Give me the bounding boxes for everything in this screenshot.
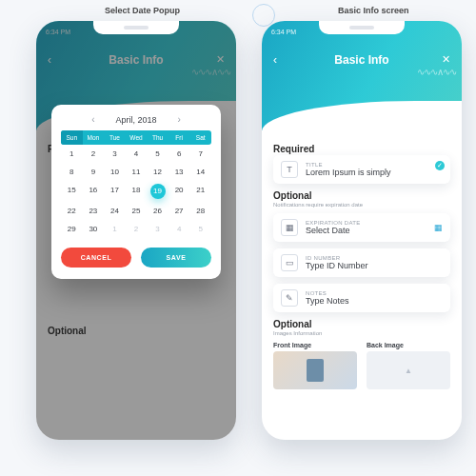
calendar-day[interactable]: 14: [189, 163, 211, 181]
calendar-icon: ▦: [281, 219, 298, 236]
phone-form: 6:34 PM ‹ Basic Info ✕ ∿∿∿∧∿∿ Required T…: [262, 21, 462, 440]
dow-cell: Sun: [61, 130, 83, 145]
device-notch: [93, 21, 179, 34]
field-value: Select Date: [306, 226, 361, 235]
calendar-dow-row: SunMonTueWedThuFriSat: [61, 130, 211, 145]
calendar-day[interactable]: 12: [147, 163, 169, 181]
prev-month-icon[interactable]: ‹: [91, 114, 94, 125]
id-icon: ▭: [281, 254, 298, 271]
calendar-day[interactable]: 17: [104, 181, 126, 202]
dow-cell: Tue: [104, 130, 126, 145]
dow-cell: Fri: [169, 130, 190, 145]
calendar-day[interactable]: 2: [83, 145, 105, 163]
dow-cell: Sat: [189, 130, 211, 145]
field-value: Lorem Ipsum is simply: [306, 168, 391, 177]
close-icon[interactable]: ✕: [442, 53, 450, 66]
section-images-subtitle: Images Information: [273, 330, 450, 336]
calendar-grid: 1234567891011121314151617181920212223242…: [61, 145, 211, 238]
calendar-day[interactable]: 5: [147, 145, 169, 163]
calendar-day[interactable]: 15: [61, 181, 83, 202]
calendar-day[interactable]: 20: [169, 181, 190, 202]
back-image-placeholder[interactable]: ▲: [367, 351, 450, 389]
calendar-month: April, 2018: [115, 115, 156, 125]
calendar-day[interactable]: 23: [83, 202, 105, 220]
save-button[interactable]: SAVE: [141, 248, 211, 268]
annotation-right: Basic Info screen: [338, 6, 409, 15]
date-picker-modal: ‹ April, 2018 › SunMonTueWedThuFriSat 12…: [51, 105, 221, 279]
section-optional-subtitle: Notifications require expiration date: [273, 202, 450, 208]
check-icon: ✓: [435, 161, 445, 170]
calendar-day[interactable]: 5: [189, 220, 211, 238]
calendar-day[interactable]: 29: [61, 220, 83, 238]
device-notch: [319, 21, 405, 34]
calendar-day[interactable]: 22: [61, 202, 83, 220]
calendar-day[interactable]: 1: [61, 145, 83, 163]
status-time: 6:34 PM: [271, 29, 296, 35]
app-header: 6:34 PM ‹ Basic Info ✕ ∿∿∿∧∿∿: [262, 21, 462, 130]
decorative-circle: [252, 4, 275, 27]
calendar-day[interactable]: 9: [83, 163, 105, 181]
phone-popup: 6:34 PM ‹ Basic Info ✕ ∿∿∿∧∿∿ R Optional…: [36, 21, 236, 440]
field-value: Type ID Number: [306, 261, 368, 270]
section-required-title: Required: [273, 144, 450, 154]
calendar-day[interactable]: 1: [104, 220, 126, 238]
waveform-decoration: ∿∿∿∧∿∿: [417, 67, 456, 77]
calendar-picker-icon[interactable]: ▦: [434, 223, 443, 232]
calendar-day[interactable]: 21: [189, 181, 211, 202]
calendar-day[interactable]: 8: [61, 163, 83, 181]
annotation-left: Select Date Popup: [105, 6, 180, 15]
calendar-day[interactable]: 30: [83, 220, 105, 238]
calendar-day[interactable]: 10: [104, 163, 126, 181]
calendar-day[interactable]: 2: [126, 220, 148, 238]
calendar-day[interactable]: 19: [150, 184, 166, 199]
section-optional-title: Optional: [273, 190, 450, 201]
front-image-thumb[interactable]: [273, 351, 357, 389]
dow-cell: Thu: [147, 130, 169, 145]
calendar-day[interactable]: 26: [147, 202, 169, 220]
pencil-icon: ✎: [281, 289, 298, 307]
title-field-card[interactable]: T TITLE Lorem Ipsum is simply ✓: [273, 155, 450, 184]
id-field-card[interactable]: ▭ ID NUMBER Type ID Number: [273, 248, 450, 277]
calendar-day[interactable]: 27: [169, 202, 190, 220]
calendar-day[interactable]: 18: [126, 181, 148, 202]
front-image-label: Front Image: [273, 342, 357, 348]
calendar-day[interactable]: 13: [169, 163, 190, 181]
date-field-card[interactable]: ▦ EXPIRATION DATE Select Date ▦: [273, 213, 450, 242]
page-title: Basic Info: [262, 53, 462, 67]
dow-cell: Wed: [126, 130, 148, 145]
calendar-day[interactable]: 16: [83, 181, 105, 202]
text-icon: T: [281, 161, 298, 178]
calendar-day[interactable]: 4: [126, 145, 148, 163]
section-images-title: Optional: [273, 319, 450, 329]
calendar-day[interactable]: 7: [189, 145, 211, 163]
dow-cell: Mon: [83, 130, 105, 145]
calendar-day[interactable]: 28: [189, 202, 211, 220]
notes-field-card[interactable]: ✎ NOTES Type Notes: [273, 284, 450, 312]
calendar-day[interactable]: 3: [104, 145, 126, 163]
cancel-button[interactable]: CANCEL: [61, 248, 131, 268]
back-image-label: Back Image: [367, 342, 450, 348]
calendar-day[interactable]: 3: [147, 220, 169, 238]
calendar-day[interactable]: 11: [126, 163, 148, 181]
calendar-day[interactable]: 25: [126, 202, 148, 220]
calendar-day[interactable]: 4: [169, 220, 190, 238]
calendar-day[interactable]: 24: [104, 202, 126, 220]
next-month-icon[interactable]: ›: [178, 114, 181, 125]
field-value: Type Notes: [306, 296, 349, 306]
calendar-day[interactable]: 6: [169, 145, 190, 163]
header-curve: [262, 101, 462, 131]
